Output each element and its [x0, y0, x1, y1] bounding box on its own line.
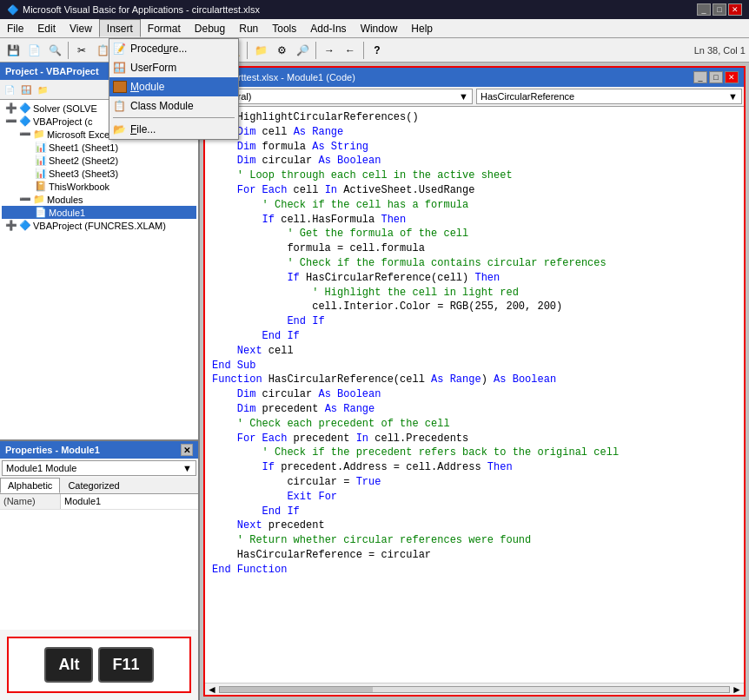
tree-sheet2[interactable]: 📊 Sheet2 (Sheet2): [2, 154, 196, 167]
main-layout: Project - VBAProject ✕ 📄 🪟 📁 ➕ 🔷 Solver …: [0, 63, 749, 700]
classmodule-icon: 📋: [113, 99, 130, 113]
separator5: [363, 42, 364, 59]
project-explorer-button[interactable]: 📁: [251, 41, 270, 60]
outdent-button[interactable]: ←: [341, 41, 360, 60]
menu-separator: [113, 117, 235, 118]
add-module-button[interactable]: 📄: [24, 41, 43, 60]
view-object-btn[interactable]: 🪟: [18, 82, 34, 97]
scroll-thumb: [220, 687, 373, 692]
code-line-29: If precedent.Address = cell.Address Then: [212, 460, 737, 475]
procedure-icon: 📝: [113, 42, 130, 56]
code-line-28: ' Check if the precedent refers back to …: [212, 446, 737, 460]
tree-module1[interactable]: 📄 Module1: [2, 206, 196, 219]
menu-edit[interactable]: Edit: [30, 19, 63, 37]
insert-dropdown-menu: 📝 Procedure... 🪟 UserForm Module 📋 Class…: [109, 38, 239, 140]
module1-icon: 📄: [35, 207, 47, 218]
code-panel: circularttest.xlsx - Module1 (Code) _ □ …: [200, 63, 749, 700]
help-button[interactable]: ?: [368, 41, 387, 60]
properties-table: (Name) Module1: [0, 494, 198, 630]
alt-key: Alt: [44, 647, 93, 683]
close-button[interactable]: ✕: [728, 3, 742, 16]
tree-sheet3[interactable]: 📊 Sheet3 (Sheet3): [2, 167, 196, 180]
find-button[interactable]: 🔍: [45, 41, 64, 60]
menu-item-class-module[interactable]: 📋 Class Module: [109, 96, 238, 116]
excel-objects-expand: ➖: [19, 129, 31, 140]
minimize-button[interactable]: _: [697, 3, 711, 16]
horizontal-scrollbar[interactable]: ◄ ►: [205, 683, 744, 695]
scroll-track[interactable]: [219, 686, 730, 693]
code-line-11: formula = cell.formula: [212, 241, 737, 256]
workbook-icon: 📔: [35, 181, 47, 192]
object-browser-button[interactable]: 🔎: [293, 41, 312, 60]
tab-categorized[interactable]: Categorized: [60, 478, 127, 493]
code-maximize-btn[interactable]: □: [709, 71, 723, 83]
tab-alphabetic[interactable]: Alphabetic: [0, 478, 60, 493]
code-line-20: End Sub: [212, 359, 737, 373]
menu-item-userform[interactable]: 🪟 UserForm: [109, 58, 238, 77]
userform-icon: 🪟: [113, 61, 130, 75]
project-panel-title: Project - VBAProject: [5, 66, 99, 76]
title-bar: 🔷 Microsoft Visual Basic for Application…: [0, 0, 749, 19]
menu-item-procedure[interactable]: 📝 Procedure...: [109, 39, 238, 58]
keyboard-shortcut-display: Alt F11: [7, 637, 191, 693]
cut-button[interactable]: ✂: [72, 41, 91, 60]
properties-panel-close[interactable]: ✕: [181, 444, 193, 456]
view-code-btn[interactable]: 📄: [2, 82, 17, 97]
menu-format[interactable]: Format: [141, 19, 188, 37]
menu-window[interactable]: Window: [354, 19, 405, 37]
menu-run[interactable]: Run: [232, 19, 265, 37]
code-line-35: ' Return whether circular references wer…: [212, 533, 737, 548]
code-dropdown-general[interactable]: (General) ▼: [207, 89, 473, 104]
code-minimize-btn[interactable]: _: [693, 71, 707, 83]
funcres-expand: ➕: [5, 220, 17, 231]
menu-view[interactable]: View: [63, 19, 99, 37]
code-line-4: Dim circular As Boolean: [212, 154, 737, 168]
dropdown-arrow-icon: ▼: [182, 463, 192, 473]
scroll-left-icon[interactable]: ◄: [207, 683, 217, 696]
maximize-button[interactable]: □: [713, 3, 726, 16]
code-dropdown-function[interactable]: HasCircularReference ▼: [476, 89, 742, 104]
scroll-right-icon[interactable]: ►: [732, 683, 742, 696]
code-line-15: ' Highlight the cell in light red: [212, 286, 737, 300]
sheet1-icon: 📊: [35, 142, 47, 153]
code-editor[interactable]: Sub HighlightCircularReferences() Dim ce…: [205, 107, 744, 683]
menu-item-file[interactable]: 📂 File...: [109, 120, 238, 139]
app-icon: 🔷: [7, 4, 19, 16]
project-tree: ➕ 🔷 Solver (SOLVE ➖ 🔷 VBAProject (c ➖ 📁 …: [0, 100, 198, 439]
menu-insert[interactable]: Insert: [99, 19, 141, 37]
properties-dropdown[interactable]: Module1 Module ▼: [2, 460, 196, 476]
menu-addins[interactable]: Add-Ins: [303, 19, 353, 37]
dropdown1-arrow: ▼: [459, 91, 468, 102]
tree-thisworkbook[interactable]: 📔 ThisWorkbook: [2, 180, 196, 193]
menu-file[interactable]: File: [0, 19, 30, 37]
code-line-2: Dim cell As Range: [212, 125, 737, 140]
code-line-30: circular = True: [212, 475, 737, 490]
vbaproject-expand: ➖: [5, 116, 17, 127]
menu-help[interactable]: Help: [404, 19, 440, 37]
menu-bar: File Edit View Insert Format Debug Run T…: [0, 19, 749, 38]
separator1: [68, 42, 69, 59]
save-button[interactable]: 💾: [3, 41, 23, 60]
left-panel: Project - VBAProject ✕ 📄 🪟 📁 ➕ 🔷 Solver …: [0, 63, 200, 700]
code-line-1: Sub HighlightCircularReferences(): [212, 110, 737, 125]
tree-modules[interactable]: ➖ 📁 Modules: [2, 193, 196, 206]
sheet3-icon: 📊: [35, 168, 47, 179]
code-line-23: Dim circular As Boolean: [212, 387, 737, 402]
code-window: circularttest.xlsx - Module1 (Code) _ □ …: [203, 66, 746, 697]
tree-funcres[interactable]: ➕ 🔷 VBAProject (FUNCRES.XLAM): [2, 219, 196, 232]
menu-item-module[interactable]: Module: [109, 77, 238, 96]
toggle-folders-btn[interactable]: 📁: [35, 82, 50, 97]
code-line-19: Next cell: [212, 344, 737, 359]
menu-tools[interactable]: Tools: [265, 19, 303, 37]
properties-button[interactable]: ⚙: [272, 41, 291, 60]
menu-debug[interactable]: Debug: [188, 19, 232, 37]
code-close-btn[interactable]: ✕: [725, 71, 739, 83]
modules-icon: 📁: [33, 194, 45, 205]
code-line-31: Exit For: [212, 490, 737, 505]
tree-sheet1[interactable]: 📊 Sheet1 (Sheet1): [2, 141, 196, 154]
code-line-22: Function HasCircularReference(cell As Ra…: [212, 373, 737, 387]
code-line-27: For Each precedent In cell.Precedents: [212, 432, 737, 446]
indent-button[interactable]: →: [320, 41, 339, 60]
window-controls: _ □ ✕: [697, 3, 742, 16]
properties-panel: Properties - Module1 ✕ Module1 Module ▼ …: [0, 439, 198, 700]
